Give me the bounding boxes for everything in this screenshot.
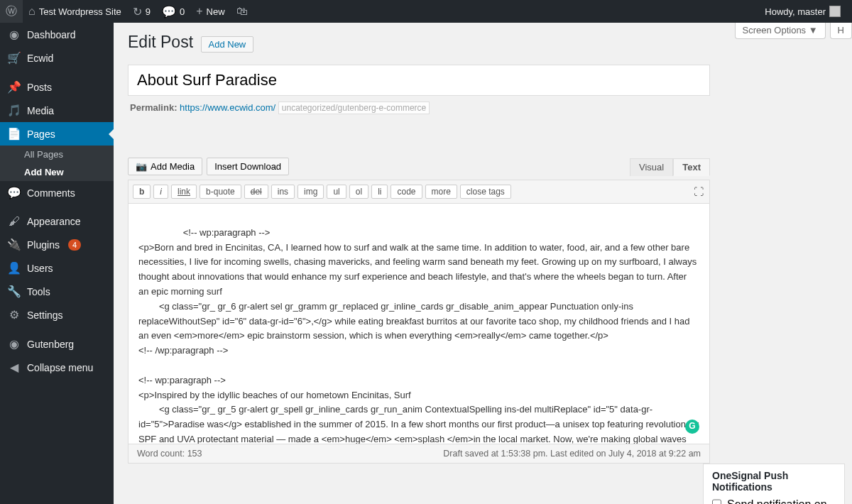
qt-ol[interactable]: ol — [349, 185, 368, 199]
collapse-icon: ◀ — [7, 361, 21, 374]
insert-download-button[interactable]: Insert Download — [207, 158, 289, 175]
admin-toolbar: ⓦ ⌂Test Wordpress Site ↻9 💬0 +New 🛍 Howd… — [0, 0, 852, 23]
plus-icon: + — [196, 5, 202, 18]
plug-icon: 🔌 — [7, 238, 21, 251]
sidebar-item-plugins[interactable]: 🔌Plugins4 — [0, 233, 114, 256]
toolbar-left: ⓦ ⌂Test Wordpress Site ↻9 💬0 +New 🛍 — [0, 0, 253, 23]
account-link[interactable]: Howdy, master — [759, 6, 846, 17]
screen-meta: Screen Options ▼ H — [735, 23, 852, 39]
qt-close[interactable]: close tags — [460, 185, 511, 199]
save-status: Draft saved at 1:53:38 pm. Last edited o… — [443, 449, 701, 459]
page-title: Edit Post — [128, 33, 193, 52]
sidebar-item-appearance[interactable]: 🖌Appearance — [0, 210, 114, 233]
screen-options-button[interactable]: Screen Options ▼ — [735, 23, 826, 39]
comments-icon: 💬 — [7, 186, 21, 199]
pin-icon: 📌 — [7, 80, 21, 94]
fullscreen-icon[interactable]: ⛶ — [694, 186, 704, 197]
add-media-button[interactable]: 📷Add Media — [128, 158, 202, 175]
site-name: Test Wordpress Site — [39, 6, 121, 17]
cart-icon: 🛍 — [236, 5, 248, 18]
qt-bold[interactable]: b — [133, 185, 151, 199]
sidebar-item-posts[interactable]: 📌Posts — [0, 75, 114, 99]
avatar-icon — [829, 6, 841, 17]
post-title-input[interactable]: About Surf Paradise — [128, 65, 710, 96]
qt-ul[interactable]: ul — [327, 185, 346, 199]
sidebar-item-pages[interactable]: 📄Pages — [0, 122, 114, 146]
new-content-link[interactable]: +New — [190, 0, 230, 23]
site-name-link[interactable]: ⌂Test Wordpress Site — [23, 0, 127, 23]
qt-del[interactable]: del — [244, 185, 268, 199]
sidebar-item-settings[interactable]: ⚙Settings — [0, 303, 114, 327]
word-count: Word count: 153 — [137, 449, 202, 459]
box-onesignal: OneSignal Push Notifications Send notifi… — [703, 464, 845, 504]
sidebar-sub-all-pages[interactable]: All Pages — [0, 146, 114, 163]
help-button[interactable]: H — [830, 23, 852, 39]
camera-icon: 📷 — [136, 161, 147, 172]
permalink-base[interactable]: https://www.ecwid.com/ — [180, 102, 275, 113]
sidebar-item-tools[interactable]: 🔧Tools — [0, 280, 114, 303]
brush-icon: 🖌 — [7, 215, 21, 228]
qt-ins[interactable]: ins — [271, 185, 295, 199]
quicktags-toolbar: b i link b-quote del ins img ul ol li co… — [128, 180, 710, 203]
wrench-icon: 🔧 — [7, 285, 21, 298]
plugins-badge: 4 — [68, 239, 81, 251]
updates-link[interactable]: ↻9 — [127, 0, 156, 23]
metabox-column: OneSignal Push Notifications Send notifi… — [703, 464, 845, 504]
ecwid-icon: 🛒 — [7, 51, 21, 65]
qt-bquote[interactable]: b-quote — [200, 185, 241, 199]
user-icon: 👤 — [7, 261, 21, 275]
comment-icon: 💬 — [162, 5, 176, 18]
add-new-button[interactable]: Add New — [201, 36, 254, 53]
qt-code[interactable]: code — [390, 185, 422, 199]
dashboard-icon: ◉ — [7, 28, 21, 41]
onesignal-checkbox[interactable] — [712, 498, 721, 504]
pages-icon: 📄 — [7, 127, 21, 141]
wordpress-icon: ⓦ — [6, 4, 17, 19]
media-icon: 🎵 — [7, 104, 21, 117]
home-icon: ⌂ — [28, 5, 36, 18]
tab-visual[interactable]: Visual — [630, 158, 673, 176]
qt-italic[interactable]: i — [153, 185, 168, 199]
content-textarea[interactable]: <!-- wp:paragraph --> <p>Born and bred i… — [128, 203, 710, 444]
sliders-icon: ⚙ — [7, 308, 21, 322]
qt-img[interactable]: img — [297, 185, 324, 199]
permalink-row: Permalink: https://www.ecwid.com/ uncate… — [128, 100, 710, 115]
editor-column: About Surf Paradise Permalink: https://w… — [128, 65, 710, 464]
toolbar-right: Howdy, master — [759, 6, 846, 17]
sidebar-item-ecwid[interactable]: 🛒Ecwid — [0, 46, 114, 70]
main-content: Screen Options ▼ H Edit Post Add New Abo… — [114, 23, 852, 504]
sidebar-item-gutenberg[interactable]: ◉Gutenberg — [0, 332, 114, 356]
sidebar-item-media[interactable]: 🎵Media — [0, 99, 114, 122]
media-buttons-row: 📷Add Media Insert Download Visual Text — [128, 158, 710, 175]
comments-link[interactable]: 💬0 — [156, 0, 190, 23]
woo-link[interactable]: 🛍 — [231, 0, 253, 23]
sidebar-sub-add-new[interactable]: Add New — [0, 163, 114, 181]
permalink-slug[interactable]: uncategorized/gutenberg-e-commerce — [278, 102, 430, 114]
sidebar-item-dashboard[interactable]: ◉Dashboard — [0, 23, 114, 46]
tab-text[interactable]: Text — [673, 158, 710, 176]
grammarly-icon[interactable]: G — [685, 420, 699, 434]
qt-link[interactable]: link — [171, 185, 197, 199]
editor-tabs: Visual Text — [630, 158, 710, 176]
refresh-icon: ↻ — [133, 5, 142, 18]
qt-more[interactable]: more — [425, 185, 457, 199]
sidebar-item-users[interactable]: 👤Users — [0, 256, 114, 280]
gutenberg-icon: ◉ — [7, 337, 21, 351]
wp-logo[interactable]: ⓦ — [0, 0, 23, 23]
editor-statusbar: Word count: 153 Draft saved at 1:53:38 p… — [128, 444, 710, 464]
sidebar-item-comments[interactable]: 💬Comments — [0, 181, 114, 204]
sidebar-collapse[interactable]: ◀Collapse menu — [0, 356, 114, 379]
qt-li[interactable]: li — [371, 185, 388, 199]
admin-sidebar: ◉Dashboard 🛒Ecwid 📌Posts 🎵Media 📄Pages A… — [0, 23, 114, 504]
